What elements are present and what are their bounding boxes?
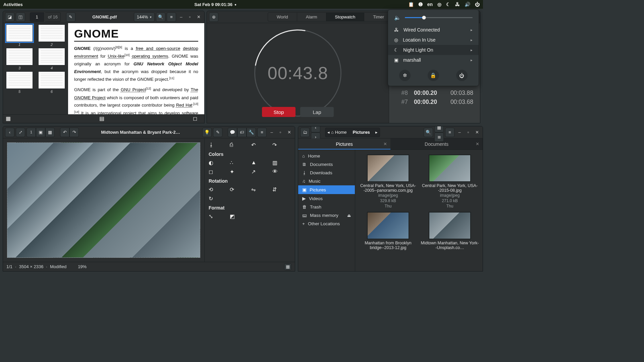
sysmenu-item[interactable]: ▣marshall▸	[388, 55, 479, 65]
revert-icon[interactable]: ↶	[251, 142, 270, 148]
sysmenu-item[interactable]: ◎Location In Use▸	[388, 35, 479, 45]
rotate-left-icon[interactable]: ⟲	[209, 186, 227, 193]
curves-icon[interactable]: ↗	[251, 169, 270, 175]
redo-icon[interactable]: ↷	[272, 142, 291, 148]
sidebar-item-videos[interactable]: ▶Videos	[298, 194, 355, 203]
redo-button[interactable]: ↷	[69, 128, 79, 137]
sidebar-item-pictures[interactable]: ▣Pictures	[298, 185, 355, 194]
side-pane-toggle[interactable]: ◫	[16, 12, 25, 22]
sysmenu-item[interactable]: ☾Night Light On▸	[388, 45, 479, 55]
close-tab-icon[interactable]: ✕	[383, 141, 387, 146]
power-off-button[interactable]: ⏻	[456, 70, 468, 81]
brightness-icon[interactable]: ▲	[251, 160, 270, 166]
night-light-icon[interactable]: ☾	[446, 2, 450, 7]
sidebar-item-documents[interactable]: 🗎Documents	[298, 160, 355, 169]
thumbnail[interactable]: 6	[37, 71, 66, 94]
path-home[interactable]: Home	[335, 130, 347, 135]
sidebar-item-music[interactable]: ♫Music	[298, 177, 355, 185]
location-icon[interactable]: ◎	[437, 2, 441, 7]
close-tab-icon[interactable]: ✕	[476, 141, 479, 146]
tab-documents[interactable]: Documents✕	[390, 138, 483, 149]
lock-button[interactable]: 🔒	[428, 70, 439, 81]
redeye-icon[interactable]: 👁	[272, 169, 291, 175]
files-grid[interactable]: Central Park, New York, USA--2005--panor…	[355, 150, 483, 271]
magic-icon[interactable]: ✦	[230, 169, 248, 175]
save-as-icon[interactable]: ⎙	[230, 142, 248, 148]
fullscreen-button[interactable]: ⤢	[16, 128, 25, 137]
app-menu-icon[interactable]: ◪	[5, 12, 14, 22]
menu-button[interactable]: ≡	[257, 128, 267, 137]
file-item[interactable]: Manhattan from Brooklyn bridge--2013-12.…	[359, 212, 418, 261]
maximize-button[interactable]: ▫	[277, 129, 284, 136]
desaturate-icon[interactable]: ◻	[209, 169, 227, 175]
tools-button[interactable]: 🔧	[247, 128, 256, 137]
lap-button[interactable]: Lap	[300, 107, 334, 117]
undo-button[interactable]: ↶	[60, 128, 69, 137]
sidebar-item-trash[interactable]: 🗑Trash	[298, 203, 355, 211]
save-icon[interactable]: ⭳	[209, 142, 227, 148]
search-button[interactable]: 🔍	[156, 12, 165, 22]
minimize-button[interactable]: –	[456, 129, 463, 136]
thumbnail-toggle-icon[interactable]: ▦	[284, 263, 291, 270]
tag-button[interactable]: 🏷	[237, 128, 247, 137]
zoom-fill-button[interactable]: ▦	[45, 128, 55, 137]
app-icon[interactable]: 🗂	[300, 128, 310, 137]
thumbnail[interactable]: 2	[37, 24, 66, 47]
page-view[interactable]: GNOME GNOME (/(ɡ)noʊm/)[8][9] is a free …	[68, 23, 204, 114]
maximize-button[interactable]: ▫	[465, 129, 472, 136]
tab-pictures[interactable]: Pictures✕	[298, 138, 390, 149]
accessibility-icon[interactable]: ➊	[419, 2, 423, 7]
zoom-selector[interactable]: 144%▾	[134, 12, 155, 22]
nav-back-button[interactable]: ‹	[311, 126, 320, 132]
path-crumb-pictures[interactable]: Pictures	[353, 130, 370, 135]
activities-button[interactable]: Activities	[3, 2, 23, 7]
network-icon[interactable]: 🖧	[455, 2, 460, 7]
close-button[interactable]: ✕	[473, 129, 481, 136]
menu-button[interactable]: ≡	[445, 128, 454, 137]
file-item[interactable]: Midtown Manhattan, New York--Unsplash.co…	[420, 212, 479, 261]
outline-button[interactable]: ▤	[99, 115, 108, 123]
flip-v-icon[interactable]: ⇵	[272, 186, 291, 193]
volume-mute-icon[interactable]: 🔈	[394, 14, 401, 21]
file-item[interactable]: Central Park, New York, USA--2015-08.jpg…	[420, 155, 479, 209]
sysmenu-item[interactable]: 🖧Wired Connected▸	[388, 25, 479, 35]
flip-h-icon[interactable]: ⇋	[251, 186, 270, 193]
view-grid-button[interactable]: ▦	[6, 115, 14, 123]
close-button[interactable]: ✕	[285, 129, 293, 136]
zoom-100-button[interactable]: 1	[26, 128, 36, 137]
back-button[interactable]: ‹	[5, 128, 14, 137]
page-number-input[interactable]: 1	[30, 12, 44, 22]
power-icon[interactable]: ⏻	[475, 2, 480, 7]
zoom-fit-button[interactable]: ▣	[36, 128, 45, 137]
color-balance-icon[interactable]: ∴	[230, 160, 248, 166]
lightbulb-icon[interactable]: 💡	[202, 128, 212, 137]
close-button[interactable]: ✕	[195, 13, 202, 21]
resize-icon[interactable]: ⤡	[209, 213, 227, 220]
thumbnail[interactable]: 3	[5, 48, 34, 70]
file-item[interactable]: Central Park, New York, USA--2005--panor…	[359, 155, 418, 209]
eject-icon[interactable]: ⏏	[347, 213, 351, 218]
view-grid-button[interactable]: ▦	[434, 126, 444, 132]
keyboard-layout-indicator[interactable]: en	[427, 2, 433, 7]
image-canvas[interactable]	[3, 138, 204, 262]
stop-button[interactable]: Stop	[262, 107, 296, 117]
menu-button[interactable]: ≡	[167, 12, 176, 22]
sidebar-item-home[interactable]: ⌂Home	[298, 152, 355, 160]
bookmark-button[interactable]: ◻	[193, 115, 202, 123]
free-rotate-icon[interactable]: ↻	[209, 195, 227, 202]
tab-stopwatch[interactable]: Stopwatch	[326, 13, 365, 21]
minimize-button[interactable]: –	[268, 129, 275, 136]
annotate-button[interactable]: ✎	[66, 12, 75, 22]
sidebar-item-mass-memory[interactable]: 🖴Mass memory⏏	[298, 211, 355, 220]
thumbnail[interactable]: 1	[5, 24, 34, 47]
maximize-button[interactable]: ▫	[186, 13, 194, 21]
minimize-button[interactable]: –	[177, 13, 185, 21]
sidebar-item-downloads[interactable]: ⭳Downloads	[298, 169, 355, 177]
new-button[interactable]: ⊕	[209, 12, 218, 22]
comment-button[interactable]: 💬	[228, 128, 237, 137]
rotate-right-icon[interactable]: ⟳	[230, 186, 248, 193]
settings-button[interactable]: ✲	[399, 70, 411, 81]
sidebar-item-other-locations[interactable]: +Other Locations	[298, 220, 355, 228]
equalize-icon[interactable]: ▥	[272, 160, 291, 166]
search-button[interactable]: 🔍	[424, 128, 433, 137]
